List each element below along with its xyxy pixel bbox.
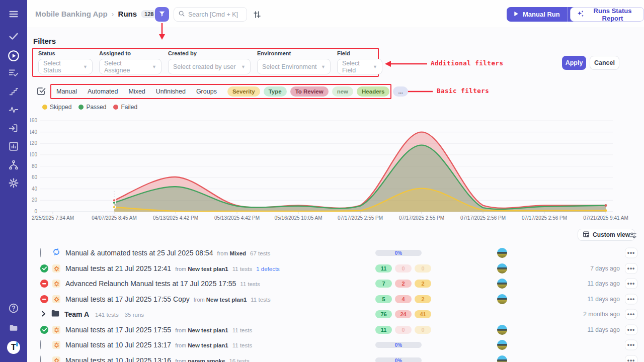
breadcrumb-project[interactable]: Mobile Banking App bbox=[35, 10, 108, 18]
row-menu-button[interactable]: ••• bbox=[625, 294, 637, 305]
sidebar-help-icon[interactable] bbox=[8, 303, 19, 314]
sidebar-runs-icon[interactable] bbox=[7, 49, 20, 62]
tab-unfinished[interactable]: Unfinished bbox=[156, 88, 186, 95]
filter-select-4[interactable]: Select Field ▼ bbox=[337, 59, 382, 74]
legend-passed[interactable]: Passed bbox=[78, 104, 106, 111]
filter-pill-severity[interactable]: Severity bbox=[227, 86, 260, 97]
run-title[interactable]: Manual tests at 21 Jul 2025 12:41 bbox=[65, 264, 171, 273]
group-runs-count: 35 runs bbox=[125, 312, 144, 318]
adjustments-icon[interactable] bbox=[253, 10, 262, 19]
sidebar-folders-icon[interactable] bbox=[8, 322, 19, 333]
sidebar-branch-icon[interactable] bbox=[8, 159, 19, 170]
table-row[interactable]: Manual tests at 21 Jul 2025 12:41 from N… bbox=[30, 261, 637, 276]
filter-pill-type[interactable]: Type bbox=[264, 86, 287, 97]
row-menu-button[interactable]: ••• bbox=[625, 325, 637, 335]
filter-pill-toreview[interactable]: To Review bbox=[290, 86, 329, 97]
row-menu-button[interactable]: ••• bbox=[625, 263, 637, 274]
manual-run-icon bbox=[52, 280, 60, 288]
run-title[interactable]: Manual tests at 17 Jul 2025 17:55 bbox=[65, 326, 171, 334]
table-row[interactable]: Manual tests at 10 Jul 2025 13:17 from N… bbox=[30, 337, 637, 352]
app-logo[interactable]: T bbox=[7, 341, 20, 354]
annotation-arrow-down bbox=[157, 23, 167, 40]
cancel-button[interactable]: Cancel bbox=[590, 56, 619, 70]
run-tests-count: 16 tests bbox=[229, 358, 249, 362]
table-row[interactable]: Manual & automated tests at 25 Jul 2025 … bbox=[30, 245, 637, 260]
run-tests-count: 11 tests bbox=[240, 281, 260, 287]
custom-view-button[interactable]: Custom view bbox=[578, 229, 635, 241]
view-settings-icon[interactable] bbox=[629, 231, 637, 239]
run-title[interactable]: Manual tests at 10 Jul 2025 13:16 bbox=[65, 356, 171, 362]
x-axis-label: 04/07/2025 8:45 AM bbox=[92, 215, 137, 221]
run-title[interactable]: Manual tests at 10 Jul 2025 13:17 bbox=[65, 341, 171, 349]
filter-field-assigned-to: Assigned to Select Assignee ▼ bbox=[99, 50, 162, 74]
filter-pill-more[interactable]: ... bbox=[393, 86, 408, 97]
run-time: 11 days ago bbox=[544, 326, 620, 333]
run-result: 0% bbox=[375, 250, 422, 256]
avatar bbox=[497, 355, 507, 362]
legend-failed[interactable]: Failed bbox=[113, 104, 137, 111]
legend-skipped[interactable]: Skipped bbox=[42, 104, 71, 111]
row-menu-button[interactable]: ••• bbox=[625, 279, 637, 289]
filter-select-placeholder: Select Assignee bbox=[104, 60, 148, 74]
run-title[interactable]: Manual tests at 17 Jul 2025 17:55 Copy bbox=[65, 295, 190, 303]
apply-button[interactable]: Apply bbox=[562, 56, 586, 70]
group-expand-chevron[interactable] bbox=[41, 310, 46, 319]
sidebar-gear-icon[interactable] bbox=[8, 177, 19, 189]
run-from-label: from Mixed bbox=[217, 250, 246, 256]
run-title[interactable]: Manual & automated tests at 25 Jul 2025 … bbox=[65, 249, 213, 257]
sidebar-menu-icon[interactable] bbox=[8, 9, 19, 20]
table-row[interactable]: Manual tests at 10 Jul 2025 13:16 from p… bbox=[30, 353, 637, 362]
filter-field-label: Environment bbox=[257, 50, 331, 56]
manual-run-icon bbox=[52, 356, 60, 362]
bulk-select-icon[interactable] bbox=[36, 86, 46, 96]
table-row[interactable]: Team A 141 tests 35 runs 762441 2 months… bbox=[30, 307, 637, 322]
filter-toggle-button[interactable] bbox=[155, 7, 169, 22]
search-input[interactable] bbox=[188, 11, 243, 18]
run-title[interactable]: Advanced Relaunch Manual tests at 17 Jul… bbox=[65, 280, 236, 288]
sidebar-check-icon[interactable] bbox=[8, 31, 19, 42]
x-axis-label: 07/17/2025 2:56 PM bbox=[460, 215, 506, 221]
runs-status-report-button[interactable]: Runs Status Report bbox=[570, 7, 644, 22]
breadcrumb: Mobile Banking App › Runs 128 bbox=[35, 10, 157, 18]
filter-field-label: Assigned to bbox=[99, 50, 162, 56]
sidebar-activity-icon[interactable] bbox=[8, 104, 19, 115]
table-row[interactable]: Advanced Relaunch Manual tests at 17 Jul… bbox=[30, 276, 637, 291]
tab-automated[interactable]: Automated bbox=[88, 88, 118, 95]
search-box[interactable] bbox=[174, 7, 247, 22]
sidebar-list-check-icon[interactable] bbox=[8, 67, 19, 78]
run-from-label: from New test plan1 bbox=[175, 342, 228, 348]
run-from-label: from New test plan1 bbox=[194, 297, 247, 303]
group-title[interactable]: Team A bbox=[64, 310, 89, 318]
row-menu-button[interactable]: ••• bbox=[625, 309, 637, 320]
filter-pill-new[interactable]: new bbox=[332, 86, 353, 97]
sidebar-steps-icon[interactable] bbox=[8, 86, 19, 97]
filters-title: Filters bbox=[33, 37, 56, 45]
table-row[interactable]: Manual tests at 17 Jul 2025 17:55 Copy f… bbox=[30, 292, 637, 307]
row-menu-button[interactable]: ••• bbox=[625, 248, 637, 258]
sidebar-import-icon[interactable] bbox=[8, 123, 19, 134]
tab-mixed[interactable]: Mixed bbox=[128, 88, 145, 95]
chart-x-axis: 2/25/2025 7:34 AM04/07/2025 8:45 AM05/13… bbox=[30, 215, 614, 222]
caret-down-icon: ▼ bbox=[152, 64, 156, 69]
svg-text:40: 40 bbox=[32, 186, 38, 192]
breadcrumb-page[interactable]: Runs bbox=[118, 10, 137, 18]
table-row[interactable]: Manual tests at 17 Jul 2025 17:55 from N… bbox=[30, 322, 637, 337]
sidebar-analytics-icon[interactable] bbox=[8, 141, 19, 152]
run-result: 1100 bbox=[375, 264, 431, 273]
filter-field-status: Status Select Status ▼ bbox=[38, 50, 93, 74]
row-menu-button[interactable]: ••• bbox=[625, 340, 637, 350]
annotation-arrow-additional bbox=[384, 60, 427, 67]
row-menu-button[interactable]: ••• bbox=[625, 355, 637, 362]
filter-select-2[interactable]: Select created by user ▼ bbox=[168, 59, 251, 74]
tab-groups[interactable]: Groups bbox=[196, 88, 217, 95]
badge-skipped: 2 bbox=[415, 280, 431, 288]
run-defects-link[interactable]: 1 defects bbox=[256, 266, 280, 272]
filter-select-1[interactable]: Select Assignee ▼ bbox=[99, 59, 162, 74]
tab-manual[interactable]: Manual bbox=[56, 88, 77, 95]
filter-field-created-by: Created by Select created by user ▼ bbox=[168, 50, 251, 74]
run-tests-count: 11 tests bbox=[232, 266, 252, 272]
filter-pill-headers[interactable]: Headers bbox=[357, 86, 389, 97]
run-result: 0% bbox=[375, 357, 422, 362]
filter-select-3[interactable]: Select Environment ▼ bbox=[257, 59, 331, 74]
filter-select-0[interactable]: Select Status ▼ bbox=[38, 59, 93, 74]
